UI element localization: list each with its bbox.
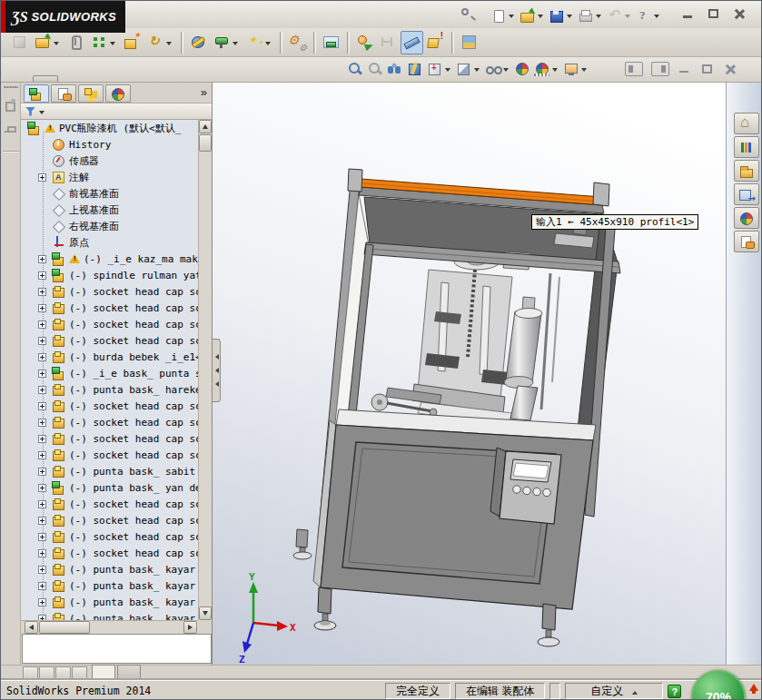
search-icon[interactable] <box>460 7 478 23</box>
tree-item[interactable]: 原点 <box>21 234 199 251</box>
cylinder-upper[interactable] <box>506 311 541 382</box>
tree-vertical-scrollbar[interactable] <box>198 120 212 620</box>
tree-item[interactable]: (-) punta bask_ kayar y <box>21 561 199 577</box>
sheet-nav-button-prev-tab[interactable] <box>39 666 54 679</box>
grayed-tool-button-1[interactable] <box>3 98 19 114</box>
panel-tab-propertymanager[interactable] <box>51 84 76 103</box>
toolbar-button-mate[interactable] <box>64 31 87 54</box>
expand-icon[interactable] <box>38 370 46 378</box>
sheet-nav-button-next-tab[interactable] <box>55 666 71 679</box>
quick-button-save[interactable] <box>548 8 575 24</box>
expand-icon[interactable] <box>38 304 46 312</box>
minimize-button[interactable] <box>681 8 696 20</box>
expand-icon[interactable] <box>38 337 46 345</box>
custom-status-dropdown[interactable]: 自定义 <box>565 683 663 699</box>
scroll-right-button[interactable] <box>183 621 197 634</box>
toolbar-button-new-motion-study[interactable] <box>243 31 275 54</box>
expand-icon[interactable] <box>38 402 46 410</box>
toolbar-button-large-assembly-mode[interactable] <box>458 31 480 54</box>
tree-item[interactable]: (-) socket head cap scr <box>21 430 199 447</box>
dropdown-arrow-icon[interactable] <box>166 42 172 48</box>
quick-button-new[interactable] <box>490 8 517 24</box>
collapse-left-pane-button[interactable] <box>625 62 643 76</box>
control-button[interactable] <box>523 487 530 494</box>
tree-item[interactable]: 传感器 <box>21 153 199 169</box>
expand-icon[interactable] <box>38 173 46 182</box>
hud-button-edit-appearance[interactable] <box>513 61 531 76</box>
dropdown-arrow-icon[interactable] <box>567 15 572 21</box>
toolbar-button-open-component[interactable] <box>32 31 64 54</box>
restore-button[interactable] <box>707 8 721 20</box>
dropdown-arrow-icon[interactable] <box>552 68 558 74</box>
expand-icon[interactable] <box>38 500 46 508</box>
tree-item[interactable]: (-) socket head cap scr <box>21 398 199 414</box>
dropdown-arrow-icon[interactable] <box>509 15 514 21</box>
toolbar-button-move-component[interactable] <box>144 31 176 54</box>
tree-item[interactable]: 上视基准面 <box>21 202 199 218</box>
tree-item[interactable]: (-) _i_e bask_ punta si <box>21 365 199 381</box>
tree-item[interactable]: (-) punta bask_ kayar y <box>21 594 199 610</box>
toolbar-button-bill-of-materials[interactable] <box>320 31 342 54</box>
panel-tab-featuremanager[interactable] <box>24 84 49 103</box>
quick-button-print[interactable] <box>577 8 604 24</box>
hud-button-view-settings[interactable] <box>562 61 589 76</box>
hud-button-zoom-to-fit[interactable] <box>346 61 364 76</box>
tree-item[interactable]: (-) spindle rulman yata <box>21 267 199 283</box>
menu-window[interactable] <box>202 5 216 25</box>
dropdown-arrow-icon[interactable] <box>265 42 271 48</box>
study-tab-motion-study-1[interactable] <box>117 665 141 680</box>
hud-button-zoom-to-area[interactable] <box>366 61 384 76</box>
scroll-left-button[interactable] <box>25 621 38 634</box>
scroll-down-button[interactable] <box>199 606 212 620</box>
expand-icon[interactable] <box>38 320 46 329</box>
control-button[interactable] <box>513 486 520 493</box>
doc-restore-button[interactable] <box>700 64 715 75</box>
menu-tools[interactable] <box>187 5 202 25</box>
hud-button-hide-show-items[interactable] <box>484 61 511 76</box>
dropdown-arrow-icon[interactable] <box>625 15 630 21</box>
toolbar-button-linear-component-pattern[interactable] <box>88 31 120 54</box>
dropdown-arrow-icon[interactable] <box>596 15 601 21</box>
tree-item[interactable]: History <box>21 136 199 153</box>
tree-item-root[interactable]: PVC瓶除漆机 (默认<默认_ <box>21 120 199 136</box>
tree-item[interactable]: (-) punta bask_ hareket <box>21 381 199 398</box>
tree-horizontal-scrollbar[interactable] <box>21 620 199 634</box>
tree-item[interactable]: (-) socket head cap scr <box>21 496 199 512</box>
expand-icon[interactable] <box>38 353 46 361</box>
tree-item[interactable]: (-) punta bask_ sabit y <box>21 463 199 479</box>
dropdown-arrow-icon[interactable] <box>474 68 480 74</box>
hud-button-section-view[interactable] <box>406 61 424 76</box>
dropdown-arrow-icon[interactable] <box>581 68 587 74</box>
expand-icon[interactable] <box>38 517 46 525</box>
study-tab-model[interactable] <box>92 665 115 680</box>
quick-button-open[interactable] <box>519 8 546 24</box>
grayed-tool-button-2[interactable] <box>3 123 19 140</box>
chevron-down-icon[interactable] <box>39 111 45 117</box>
scrollbar-thumb[interactable] <box>39 621 90 634</box>
expand-icon[interactable] <box>38 566 46 574</box>
menu-insert[interactable] <box>173 5 187 25</box>
expand-icon[interactable] <box>38 271 46 280</box>
toolbar-button-exploded-view[interactable] <box>353 31 376 54</box>
menu-edit[interactable] <box>143 5 158 25</box>
tree-item[interactable]: (-) socket head cap scr <box>21 283 199 300</box>
task-pane-button-custom-properties[interactable] <box>734 231 759 252</box>
toolbar-button-explode-line-sketch[interactable] <box>377 31 400 54</box>
machine-model[interactable]: Y X Z <box>213 83 727 665</box>
task-pane-button-design-library[interactable] <box>734 136 759 158</box>
tree-item[interactable]: 右视基准面 <box>21 218 199 234</box>
panel-tab-dimxpertmanager[interactable] <box>105 84 131 103</box>
toolbar-button-insert-component[interactable] <box>8 31 31 54</box>
scrollbar-thumb[interactable] <box>199 134 212 152</box>
panel-overflow-button[interactable]: » <box>201 86 207 99</box>
menu-file[interactable] <box>129 5 143 25</box>
quick-button-undo[interactable] <box>606 8 633 24</box>
dropdown-arrow-icon[interactable] <box>445 68 450 74</box>
hud-button-view-orientation[interactable] <box>426 61 453 76</box>
sheet-nav-button-first-tab[interactable] <box>23 666 38 679</box>
expand-icon[interactable] <box>38 419 46 427</box>
toolbar-button-reference-geometry[interactable] <box>211 31 242 54</box>
task-pane-button-appearances-scenes[interactable] <box>734 207 759 229</box>
tree-item[interactable]: (-) _i_e kaz_ma makir <box>21 251 199 267</box>
expand-icon[interactable] <box>38 451 46 459</box>
